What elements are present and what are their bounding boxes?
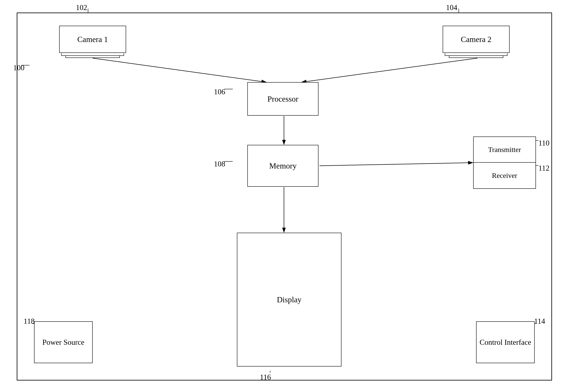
diagram-container: 100 102 Camera 1 104 Camera 2 106 Proces…: [17, 13, 552, 380]
ref-108: 108: [214, 159, 225, 168]
camera1-box: Camera 1: [59, 26, 126, 53]
svg-line-2: [302, 58, 477, 82]
memory-box: Memory: [247, 145, 319, 187]
processor-label: Processor: [267, 94, 298, 103]
ref-106: 106: [214, 87, 225, 96]
ref-102: 102: [76, 3, 87, 12]
processor-box: Processor: [247, 82, 319, 116]
ref-114: 114: [534, 317, 545, 325]
svg-line-4: [320, 163, 473, 166]
power-source-label: Power Source: [42, 338, 84, 347]
ref-116: 116: [260, 373, 271, 381]
display-box: Display: [237, 233, 341, 366]
svg-line-1: [93, 58, 266, 82]
memory-label: Memory: [269, 161, 297, 170]
receiver-label: Receiver: [492, 172, 517, 180]
control-interface-box: Control Interface: [476, 321, 535, 363]
ref-112: 112: [538, 164, 550, 172]
power-source-box: Power Source: [34, 321, 93, 363]
transmitter-box: Transmitter: [473, 137, 536, 163]
control-interface-label: Control Interface: [480, 338, 531, 347]
ref-100: 100: [13, 63, 25, 72]
camera1-label: Camera 1: [77, 35, 108, 44]
display-label: Display: [277, 295, 302, 304]
camera2-box: Camera 2: [443, 26, 510, 53]
ref-104: 104: [446, 3, 457, 12]
transceiver-outer: Transmitter Receiver: [473, 137, 536, 189]
receiver-box: Receiver: [473, 163, 536, 188]
ref-110: 110: [538, 139, 550, 147]
camera2-label: Camera 2: [461, 35, 492, 44]
transmitter-label: Transmitter: [488, 146, 521, 154]
ref-118: 118: [24, 317, 35, 325]
